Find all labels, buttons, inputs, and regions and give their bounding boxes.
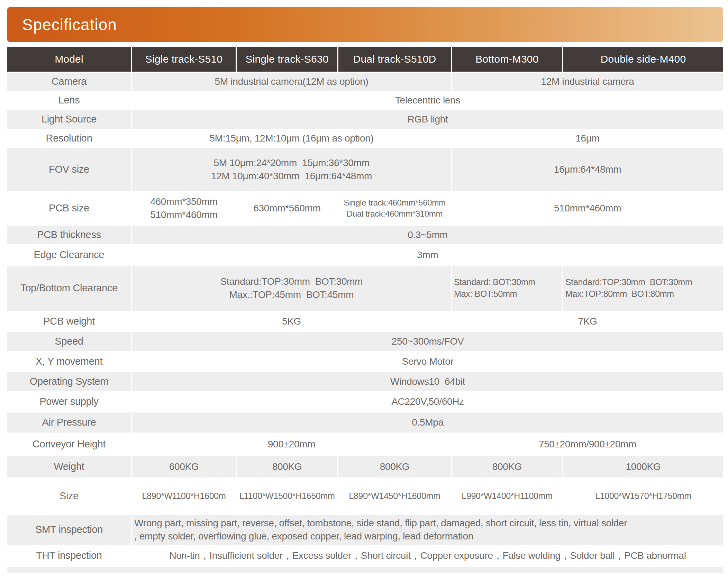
- row-label: Resolution: [7, 130, 131, 147]
- column-header-m400: Double side-M400: [563, 47, 723, 72]
- spec-value: 630mm*560mm: [237, 192, 337, 225]
- spec-value: 1000KG: [563, 456, 723, 478]
- spec-value: 0.5Mpa: [132, 412, 723, 433]
- row-label: Light Source: [7, 110, 131, 129]
- spec-value: RGB light: [132, 110, 723, 129]
- spec-value: Wrong part, missing part, reverse, offse…: [132, 515, 723, 545]
- table-row-power-supply: Power supply AC220V,50/60Hz: [7, 392, 723, 411]
- row-label: Conveyor Height: [7, 434, 131, 455]
- column-header-s510: Sigle track-S510: [132, 47, 236, 72]
- table-row-operating-system: Operating System Windows10 64bit: [7, 372, 723, 391]
- row-label: THT inspection: [7, 546, 131, 566]
- row-label: Air Pressure: [7, 412, 131, 433]
- partial-row-strip: [7, 567, 723, 573]
- spec-value: 3mm: [132, 245, 723, 265]
- spec-value: 510mm*460mm: [452, 192, 723, 225]
- table-row-lens: Lens Telecentric lens: [7, 92, 723, 109]
- table-row-resolution: Resolution 5M:15μm, 12M:10μm (16μm as op…: [7, 130, 723, 147]
- table-row-xy-movement: X, Y movement Servo Motor: [7, 352, 723, 371]
- spec-value: 5M industrial camera(12M as option): [132, 73, 451, 91]
- row-label: Top/Bottom Clearance: [7, 266, 131, 311]
- spec-value: AC220V,50/60Hz: [132, 392, 723, 411]
- spec-value: L1000*W1570*H1750mm: [563, 479, 723, 514]
- row-label: Lens: [7, 92, 131, 109]
- table-row-pcb-size: PCB size 460mm*350mm 510mm*460mm 630mm*5…: [7, 192, 723, 225]
- spec-value: Single track:460mm*560mm Dual track:460m…: [338, 192, 451, 225]
- spec-value: 12M industrial camera: [452, 73, 723, 91]
- spec-value: 5KG: [132, 312, 451, 331]
- specification-banner: Specification: [7, 7, 723, 42]
- spec-value: 800KG: [237, 456, 337, 478]
- spec-value: 460mm*350mm 510mm*460mm: [132, 192, 236, 225]
- column-header-m300: Bottom-M300: [452, 47, 562, 72]
- row-label: Speed: [7, 332, 131, 351]
- spec-value: Windows10 64bit: [132, 372, 723, 391]
- spec-value: L890*W1100*H1600m: [132, 479, 236, 514]
- table-row-camera: Camera 5M industrial camera(12M as optio…: [7, 73, 723, 91]
- row-label: PCB weight: [7, 312, 131, 331]
- column-header-s630: Single track-S630: [237, 47, 337, 72]
- spec-value: Non-tin，Insufficient solder，Excess solde…: [132, 546, 723, 566]
- row-label: Power supply: [7, 392, 131, 411]
- table-row-edge-clearance: Edge Clearance 3mm: [7, 245, 723, 265]
- row-label: SMT inspection: [7, 515, 131, 545]
- spec-value: Telecentric lens: [132, 92, 723, 109]
- page-title: Specification: [7, 15, 117, 34]
- table-row-speed: Speed 250~300ms/FOV: [7, 332, 723, 351]
- spec-value: L1100*W1500*H1650mm: [237, 479, 337, 514]
- row-label: Operating System: [7, 372, 131, 391]
- spec-value: 5M 10μm:24*20mm 15μm:36*30mm 12M 10μm:40…: [132, 148, 451, 191]
- spec-value: 16μm:64*48mm: [452, 148, 723, 191]
- row-label: PCB size: [7, 192, 131, 225]
- table-row-pcb-weight: PCB weight 5KG 7KG: [7, 312, 723, 331]
- spec-value: 750±20mm/900±20mm: [452, 434, 723, 455]
- column-header-s510d: Dual track-S510D: [338, 47, 451, 72]
- row-label: Size: [7, 479, 131, 514]
- spec-value: L890*W1450*H1600mm: [338, 479, 451, 514]
- spec-value: 800KG: [338, 456, 451, 478]
- row-label: FOV size: [7, 148, 131, 191]
- spec-value: Standard:TOP:30mm BOT:30mm Max:TOP:80mm …: [563, 266, 723, 311]
- spec-value: L990*W1400*H1100mm: [452, 479, 562, 514]
- table-row-light-source: Light Source RGB light: [7, 110, 723, 129]
- table-row-fov-size: FOV size 5M 10μm:24*20mm 15μm:36*30mm 12…: [7, 148, 723, 191]
- spec-value: 800KG: [452, 456, 562, 478]
- spec-value: Standard:TOP:30mm BOT:30mm Max.:TOP:45mm…: [132, 266, 451, 311]
- table-header-row: Model Sigle track-S510 Single track-S630…: [7, 47, 723, 72]
- table-row-smt-inspection: SMT inspection Wrong part, missing part,…: [7, 515, 723, 545]
- specification-table: Model Sigle track-S510 Single track-S630…: [7, 47, 723, 573]
- row-label: Camera: [7, 73, 131, 91]
- table-row-conveyor-height: Conveyor Height 900±20mm 750±20mm/900±20…: [7, 434, 723, 455]
- header-model-label: Model: [7, 47, 131, 72]
- spec-value: 16μm: [452, 130, 723, 147]
- spec-sheet-page: Specification Model Sigle track-S510 Sin…: [0, 0, 728, 582]
- row-label: X, Y movement: [7, 352, 131, 371]
- table-row-top-bottom-clearance: Top/Bottom Clearance Standard:TOP:30mm B…: [7, 266, 723, 311]
- spec-value: 250~300ms/FOV: [132, 332, 723, 351]
- row-label: Edge Clearance: [7, 245, 131, 265]
- spec-value: 7KG: [452, 312, 723, 331]
- table-row-air-pressure: Air Pressure 0.5Mpa: [7, 412, 723, 433]
- table-row-size: Size L890*W1100*H1600m L1100*W1500*H1650…: [7, 479, 723, 514]
- spec-value: Standard: BOT:30mm Max: BOT:50mm: [452, 266, 562, 311]
- table-row-pcb-thickness: PCB thickness 0.3~5mm: [7, 226, 723, 244]
- spec-value: 5M:15μm, 12M:10μm (16μm as option): [132, 130, 451, 147]
- table-row-weight: Weight 600KG 800KG 800KG 800KG 1000KG: [7, 456, 723, 478]
- row-label: Weight: [7, 456, 131, 478]
- table-row-tht-inspection: THT inspection Non-tin，Insufficient sold…: [7, 546, 723, 566]
- spec-value: 600KG: [132, 456, 236, 478]
- spec-value: 0.3~5mm: [132, 226, 723, 244]
- row-label: PCB thickness: [7, 226, 131, 244]
- spec-value: Servo Motor: [132, 352, 723, 371]
- spec-value: 900±20mm: [132, 434, 451, 455]
